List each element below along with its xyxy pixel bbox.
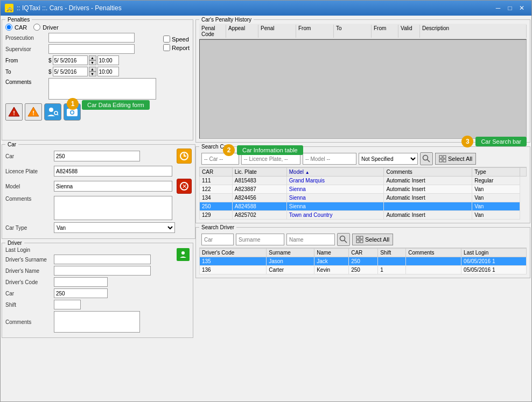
driver-table: Driver's Code Surname Name CAR Shift Com… xyxy=(199,248,527,274)
maximize-button[interactable]: □ xyxy=(505,3,515,13)
warning-orange-button[interactable]: ! xyxy=(25,103,42,121)
th-comments[interactable]: Comments xyxy=(384,168,472,177)
th-car[interactable]: CAR xyxy=(200,168,233,177)
svg-rect-24 xyxy=(360,236,363,239)
title-bar-left: 🚕 :: IQTaxi ::. Cars - Drivers - Penalti… xyxy=(5,4,122,12)
driver-code-label: Driver's Code xyxy=(5,279,54,285)
driver-car-input[interactable] xyxy=(54,288,108,298)
search-plate-input[interactable] xyxy=(241,153,300,165)
driver-code-input[interactable] xyxy=(54,277,108,287)
type-cell: Van xyxy=(472,185,520,194)
car-refresh-button[interactable] xyxy=(177,149,192,164)
model-cell: Sienna xyxy=(286,202,384,211)
prosecution-input[interactable] xyxy=(48,33,135,43)
driver-search-name-input[interactable] xyxy=(286,234,335,245)
car-number-row: Car xyxy=(5,151,172,161)
last-login-row: Last Login xyxy=(5,247,174,253)
pen-comments-textarea[interactable] xyxy=(48,78,156,100)
minimize-button[interactable]: ─ xyxy=(493,3,503,13)
surname-input[interactable] xyxy=(54,255,151,264)
from-time-input[interactable] xyxy=(97,55,119,65)
th-driver-surname[interactable]: Surname xyxy=(267,249,314,257)
driver-name-input[interactable] xyxy=(54,266,151,276)
driver-select-all-icon xyxy=(356,236,363,243)
penalties-right: Speed Report xyxy=(163,36,190,51)
svg-point-9 xyxy=(71,111,74,114)
pen-comments-label: Comments xyxy=(5,79,48,85)
supervisor-row: Supervisor xyxy=(5,44,156,54)
driver-comments-textarea[interactable] xyxy=(54,311,140,333)
th-driver-shift[interactable]: Shift xyxy=(378,249,406,257)
table-row[interactable]: 136 Carter Kevin 250 1 05/05/2016 1 xyxy=(200,266,527,274)
table-row[interactable]: 122 A823887 Sienna Automatic Insert Van xyxy=(200,185,527,194)
driver-comments-label: Comments xyxy=(5,319,54,325)
driver-name-row: Driver's Name xyxy=(5,266,174,276)
th-type[interactable]: Type xyxy=(472,168,520,177)
search-car-input[interactable] xyxy=(201,153,239,165)
th-plate[interactable]: Lic. Plate xyxy=(232,168,286,177)
model-row-container: Model ✕ xyxy=(5,179,192,194)
to-row: To $ ▲ ▼ xyxy=(5,67,156,76)
driver-search-car-input[interactable] xyxy=(201,234,234,245)
th-driver-lastlogin[interactable]: Last Login xyxy=(461,249,527,257)
svg-rect-18 xyxy=(443,156,446,158)
shift-input[interactable] xyxy=(54,300,81,309)
from-date-input[interactable] xyxy=(53,55,88,65)
search-people-button[interactable] xyxy=(44,103,61,121)
table-row[interactable]: 129 A825702 Town and Country Automatic I… xyxy=(200,211,527,220)
driver-car-row: Car xyxy=(5,288,174,298)
table-row[interactable]: 135 Jason Jack 250 06/05/2016 1 xyxy=(200,257,527,266)
th-driver-comments[interactable]: Comments xyxy=(406,249,461,257)
prosecution-label: Prosecution xyxy=(5,35,48,41)
penalty-col-penal: Penal xyxy=(258,25,296,38)
right-column: Car's Penalty History Penal Code Appeal … xyxy=(194,16,531,401)
car-type-select[interactable]: Van Regular SUV Sedan xyxy=(54,222,175,233)
svg-line-16 xyxy=(428,160,430,163)
car-number-input[interactable] xyxy=(54,151,140,161)
driver-search-button[interactable] xyxy=(337,233,350,246)
th-driver-code[interactable]: Driver's Code xyxy=(200,249,267,257)
plate-cell: A824456 xyxy=(232,194,286,202)
driver-select-all-button[interactable]: Select All xyxy=(352,234,393,245)
warning-red-button[interactable]: ! xyxy=(5,103,23,121)
supervisor-input[interactable] xyxy=(48,44,135,54)
from-date-down[interactable]: ▼ xyxy=(89,60,96,65)
licence-plate-input[interactable] xyxy=(54,166,172,177)
table-row[interactable]: 250 A824588 Sienna Van xyxy=(200,202,527,211)
penalty-table-header: Penal Code Appeal Penal From To From Val… xyxy=(199,24,527,39)
search-execute-button[interactable] xyxy=(420,152,433,165)
camera-button[interactable] xyxy=(64,103,81,121)
th-driver-car[interactable]: CAR xyxy=(349,249,378,257)
report-checkbox[interactable] xyxy=(163,44,170,51)
to-date-up[interactable]: ▲ xyxy=(89,67,96,72)
search-type-select[interactable]: Not Specified Van Regular SUV xyxy=(359,153,418,165)
driver-search-surname-input[interactable] xyxy=(236,234,284,245)
model-input[interactable] xyxy=(54,181,172,192)
car-select-all-label: Select All xyxy=(448,156,472,162)
type-cell: Van xyxy=(472,194,520,202)
to-date-down[interactable]: ▼ xyxy=(89,72,96,76)
svg-rect-10 xyxy=(70,108,74,109)
from-date-up[interactable]: ▲ xyxy=(89,55,96,60)
table-row[interactable]: 111 A815483 Grand Marquis Automatic Inse… xyxy=(200,177,527,185)
close-button[interactable]: ✕ xyxy=(516,3,527,13)
driver-radio[interactable] xyxy=(33,24,40,31)
th-driver-name[interactable]: Name xyxy=(314,249,349,257)
penalty-col-from: From xyxy=(296,25,334,38)
to-date-input[interactable] xyxy=(53,67,88,76)
search-model-input[interactable] xyxy=(303,153,356,165)
car-type-label: Car Type xyxy=(5,225,54,231)
speed-checkbox[interactable] xyxy=(163,36,170,43)
licence-plate-label: Licence Plate xyxy=(5,168,54,174)
th-model[interactable]: Model ▲ xyxy=(286,168,384,177)
table-row[interactable]: 134 A824456 Sienna Automatic Insert Van xyxy=(200,194,527,202)
car-select-all-button[interactable]: Select All xyxy=(435,153,476,165)
car-comments-textarea[interactable] xyxy=(54,196,172,220)
speed-checkbox-row: Speed xyxy=(163,36,190,43)
search-driver-bar: Select All xyxy=(199,231,527,248)
app-icon: 🚕 xyxy=(5,4,13,12)
car-radio[interactable] xyxy=(5,24,12,31)
car-cell: 250 xyxy=(200,202,233,211)
car-edit-button[interactable]: ✕ xyxy=(177,179,192,194)
to-time-input[interactable] xyxy=(97,67,119,76)
